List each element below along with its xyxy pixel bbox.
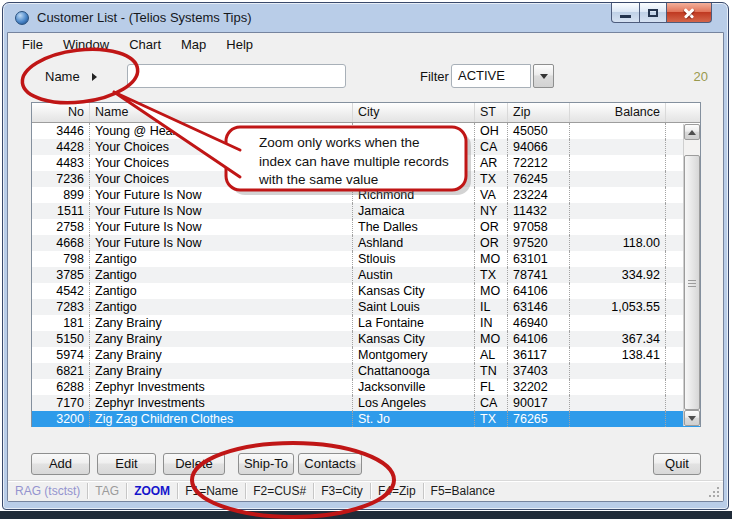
cell-zip: 23224	[508, 187, 570, 203]
contacts-button[interactable]: Contacts	[298, 453, 362, 475]
vertical-scrollbar[interactable]	[683, 124, 700, 426]
cell-city: Montgomery	[353, 347, 475, 363]
table-row[interactable]: 7236Your ChoicesTX76245	[32, 171, 700, 187]
menu-item-window[interactable]: Window	[53, 34, 119, 55]
window-controls	[612, 3, 712, 23]
col-header-city[interactable]: City	[353, 103, 475, 122]
customer-table: No Name City ST Zip Balance 3446Young @ …	[31, 102, 701, 427]
cell-no: 1511	[32, 203, 90, 219]
cell-bal	[570, 315, 666, 331]
cell-no: 181	[32, 315, 90, 331]
cell-st: IN	[475, 315, 508, 331]
cell-st: IL	[475, 299, 508, 315]
maximize-button[interactable]	[639, 3, 667, 23]
chevron-down-icon	[540, 74, 548, 79]
cell-bal	[570, 379, 666, 395]
close-button[interactable]	[666, 3, 712, 23]
table-row[interactable]: 181Zany BrainyLa FontaineIN46940	[32, 315, 700, 331]
status-bar: RAG (tsctst)TAGZOOMF1=NameF2=CUS#F3=City…	[8, 480, 723, 501]
table-row[interactable]: 4483Your ChoicesAR72212	[32, 155, 700, 171]
minimize-icon	[620, 15, 631, 18]
cell-city	[353, 139, 475, 155]
col-header-balance[interactable]: Balance	[570, 103, 666, 122]
cell-name: Your Choices	[90, 139, 353, 155]
index-selector-button[interactable]: Name	[45, 69, 97, 84]
table-row[interactable]: 6821Zany BrainyChattanoogaTN37403	[32, 363, 700, 379]
filter-dropdown-button[interactable]	[533, 64, 554, 88]
statusbar-item-f4-zip: F4=Zip	[371, 484, 423, 498]
col-header-zip[interactable]: Zip	[508, 103, 570, 122]
cell-zip: 72212	[508, 155, 570, 171]
cell-zip: 63146	[508, 299, 570, 315]
cell-name: Zany Brainy	[90, 331, 353, 347]
cell-name: Zephyr Investments	[90, 379, 353, 395]
cell-no: 6288	[32, 379, 90, 395]
table-row[interactable]: 1511Your Future Is NowJamaicaNY11432	[32, 203, 700, 219]
statusbar-item-zoom: ZOOM	[127, 484, 177, 498]
menu-item-chart[interactable]: Chart	[119, 34, 171, 55]
cell-zip: 32202	[508, 379, 570, 395]
cell-city: Jacksonville	[353, 379, 475, 395]
table-row[interactable]: 899Your Future Is NowRichmondVA23224	[32, 187, 700, 203]
minimize-button[interactable]	[611, 3, 640, 23]
cell-st: FL	[475, 379, 508, 395]
ship-to-button[interactable]: Ship-To	[238, 453, 294, 475]
cell-name: Zantigo	[90, 267, 353, 283]
statusbar-item-f5-balance: F5=Balance	[424, 484, 502, 498]
cell-st: TN	[475, 363, 508, 379]
scroll-down-button[interactable]	[684, 410, 700, 426]
cell-bal	[570, 395, 666, 411]
table-row[interactable]: 7170Zephyr InvestmentsLos AngelesCA90017	[32, 395, 700, 411]
cell-no: 899	[32, 187, 90, 203]
cell-st: NY	[475, 203, 508, 219]
screenshot-root: Customer List - (Telios Systems Tips) Fi…	[0, 0, 732, 519]
table-row[interactable]: 798ZantigoStlouisMO63101	[32, 251, 700, 267]
cell-no: 4483	[32, 155, 90, 171]
menu-item-file[interactable]: File	[12, 34, 53, 55]
filter-label: Filter	[420, 69, 449, 84]
cell-st: MO	[475, 283, 508, 299]
cell-city: Richmond	[353, 187, 475, 203]
window-title: Customer List - (Telios Systems Tips)	[37, 10, 252, 25]
add-button[interactable]: Add	[31, 453, 90, 475]
edit-button[interactable]: Edit	[97, 453, 156, 475]
menu-item-map[interactable]: Map	[171, 34, 216, 55]
cell-name: Zig Zag Children Clothes	[90, 411, 353, 427]
cell-st: MO	[475, 331, 508, 347]
table-row[interactable]: 5974Zany BrainyMontgomeryAL36117138.41	[32, 347, 700, 363]
statusbar-item-f3-city: F3=City	[314, 484, 370, 498]
quit-button[interactable]: Quit	[653, 453, 701, 475]
filter-combobox[interactable]: ACTIVE	[451, 64, 531, 88]
cell-city: Ashland	[353, 235, 475, 251]
table-row[interactable]: 3200Zig Zag Children ClothesSt. JoTX7626…	[32, 411, 700, 427]
table-row[interactable]: 5150Zany BrainyKansas CityMO64106367.34	[32, 331, 700, 347]
resize-grip[interactable]	[717, 495, 719, 497]
col-header-st[interactable]: ST	[475, 103, 508, 122]
scroll-up-button[interactable]	[684, 124, 700, 140]
menu-item-help[interactable]: Help	[216, 34, 263, 55]
statusbar-item-f2-cus: F2=CUS#	[246, 484, 313, 498]
cell-bal	[570, 171, 666, 187]
cell-bal	[570, 363, 666, 379]
table-row[interactable]: 6288Zephyr InvestmentsJacksonvilleFL3220…	[32, 379, 700, 395]
col-header-no[interactable]: No	[32, 103, 90, 122]
title-bar[interactable]: Customer List - (Telios Systems Tips)	[3, 3, 728, 32]
table-row[interactable]: 4542ZantigoKansas CityMO64106	[32, 283, 700, 299]
cell-bal: 1,053.55	[570, 299, 666, 315]
cell-no: 798	[32, 251, 90, 267]
cell-no: 7236	[32, 171, 90, 187]
statusbar-item-f1-name: F1=Name	[178, 484, 245, 498]
delete-button[interactable]: Delete	[163, 453, 225, 475]
table-row[interactable]: 4428Your ChoicesCA94066	[32, 139, 700, 155]
cell-st: AL	[475, 347, 508, 363]
col-header-name[interactable]: Name	[90, 103, 353, 122]
table-row[interactable]: 3446Young @ HeartMonroeOH45050	[32, 123, 700, 139]
table-row[interactable]: 3785ZantigoAustinTX78741334.92	[32, 267, 700, 283]
search-input[interactable]	[127, 64, 346, 88]
cell-city: St. Jo	[353, 411, 475, 427]
table-row[interactable]: 2758Your Future Is NowThe DallesOR97058	[32, 219, 700, 235]
scrollbar-thumb[interactable]	[684, 155, 700, 410]
table-row[interactable]: 4668Your Future Is NowAshlandOR97520118.…	[32, 235, 700, 251]
cell-name: Your Future Is Now	[90, 235, 353, 251]
table-row[interactable]: 7283ZantigoSaint LouisIL631461,053.55	[32, 299, 700, 315]
